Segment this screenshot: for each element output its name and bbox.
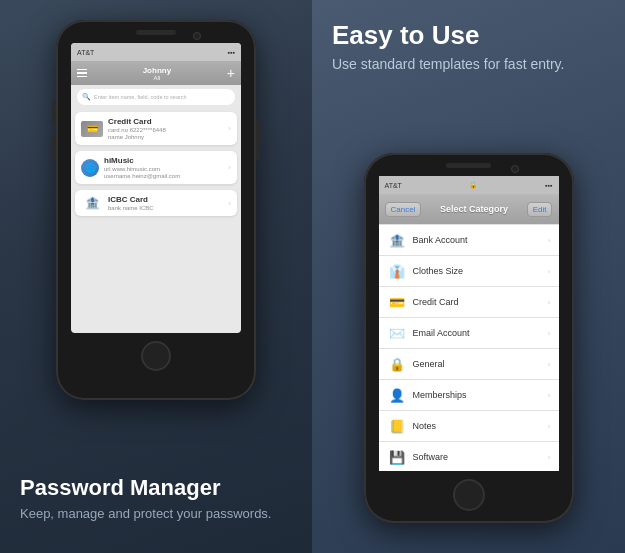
- home-button-right[interactable]: [453, 479, 485, 511]
- add-button-left[interactable]: +: [227, 65, 235, 81]
- left-panel: AT&T ▪▪▪ Johnny All + 🔍 Enter item name,…: [0, 0, 312, 553]
- software-label: Software: [413, 452, 542, 462]
- card-icbc[interactable]: 🏦 ICBC Card bank name ICBC ›: [75, 190, 237, 216]
- camera-left: [193, 32, 201, 40]
- category-item-notes[interactable]: 📒 Notes ›: [379, 411, 559, 442]
- screen-header-left: Johnny All +: [71, 61, 241, 85]
- credit-card-cat-icon: 💳: [387, 292, 407, 312]
- email-account-label: Email Account: [413, 328, 542, 338]
- home-button-left[interactable]: [141, 341, 171, 371]
- notes-arrow: ›: [548, 422, 551, 431]
- category-item-credit-card[interactable]: 💳 Credit Card ›: [379, 287, 559, 318]
- category-item-email-account[interactable]: ✉️ Email Account ›: [379, 318, 559, 349]
- carrier-left: AT&T: [77, 49, 94, 56]
- general-icon: 🔒: [387, 354, 407, 374]
- clothes-size-icon: 👔: [387, 261, 407, 281]
- memberships-arrow: ›: [548, 391, 551, 400]
- left-headline: Password Manager: [20, 475, 292, 501]
- clothes-size-arrow: ›: [548, 267, 551, 276]
- software-arrow: ›: [548, 453, 551, 462]
- clothes-size-label: Clothes Size: [413, 266, 542, 276]
- icbc-detail1: bank name ICBC: [108, 205, 223, 211]
- right-header: Easy to Use Use standard templates for f…: [332, 20, 605, 75]
- card-himusic[interactable]: 🌐 hiMusic url www.himusic.com username h…: [75, 151, 237, 184]
- phone-left: AT&T ▪▪▪ Johnny All + 🔍 Enter item name,…: [56, 20, 256, 400]
- nav-title: Select Category: [440, 204, 508, 214]
- category-item-general[interactable]: 🔒 General ›: [379, 349, 559, 380]
- nav-bar-right: Cancel Select Category Edit: [379, 194, 559, 224]
- speaker-left: [136, 30, 176, 35]
- speaker-right: [446, 163, 491, 168]
- icbc-content: ICBC Card bank name ICBC: [108, 195, 223, 211]
- edit-button[interactable]: Edit: [527, 202, 553, 217]
- memberships-label: Memberships: [413, 390, 542, 400]
- category-item-memberships[interactable]: 👤 Memberships ›: [379, 380, 559, 411]
- himusic-icon: 🌐: [81, 159, 99, 177]
- credit-card-icon: 💳: [81, 121, 103, 137]
- search-icon-left: 🔍: [82, 93, 91, 101]
- credit-card-detail1: card no 6222****6448: [108, 127, 223, 133]
- search-bar-left[interactable]: 🔍 Enter item name, field, code to search: [77, 89, 235, 105]
- screen-title-left: Johnny All: [143, 66, 171, 81]
- status-bar-right: AT&T 🔒 ▪▪▪: [379, 176, 559, 194]
- software-icon: 💾: [387, 447, 407, 467]
- camera-right: [511, 165, 519, 173]
- himusic-title: hiMusic: [104, 156, 223, 165]
- screen-left: AT&T ▪▪▪ Johnny All + 🔍 Enter item name,…: [71, 43, 241, 333]
- notes-icon: 📒: [387, 416, 407, 436]
- left-subtext: Keep, manage and protect your passwords.: [20, 505, 292, 523]
- credit-card-detail2: name Johnny: [108, 134, 223, 140]
- himusic-content: hiMusic url www.himusic.com username hei…: [104, 156, 223, 179]
- category-item-software[interactable]: 💾 Software ›: [379, 442, 559, 471]
- right-headline: Easy to Use: [332, 20, 605, 51]
- right-subtext: Use standard templates for fast entry.: [332, 55, 605, 75]
- credit-card-cat-label: Credit Card: [413, 297, 542, 307]
- icbc-icon: 🏦: [81, 195, 103, 211]
- general-label: General: [413, 359, 542, 369]
- credit-card-title: Credit Card: [108, 117, 223, 126]
- category-item-clothes-size[interactable]: 👔 Clothes Size ›: [379, 256, 559, 287]
- himusic-detail1: url www.himusic.com: [104, 166, 223, 172]
- icbc-arrow: ›: [228, 199, 231, 208]
- lock-icon-right: 🔒: [469, 181, 478, 189]
- general-arrow: ›: [548, 360, 551, 369]
- icbc-title: ICBC Card: [108, 195, 223, 204]
- credit-card-arrow: ›: [228, 124, 231, 133]
- battery-right: ▪▪▪: [545, 182, 552, 189]
- memberships-icon: 👤: [387, 385, 407, 405]
- carrier-right: AT&T: [385, 182, 402, 189]
- bank-account-label: Bank Account: [413, 235, 542, 245]
- cancel-button[interactable]: Cancel: [385, 202, 422, 217]
- hamburger-icon[interactable]: [77, 69, 87, 78]
- notes-label: Notes: [413, 421, 542, 431]
- email-account-icon: ✉️: [387, 323, 407, 343]
- category-list: 🏦 Bank Account › 👔 Clothes Size › 💳 Cred…: [379, 224, 559, 471]
- left-bottom-text: Password Manager Keep, manage and protec…: [20, 475, 292, 523]
- bank-account-icon: 🏦: [387, 230, 407, 250]
- battery-left: ▪▪▪: [228, 49, 235, 56]
- himusic-detail2: username heinz@gmail.com: [104, 173, 223, 179]
- credit-card-cat-arrow: ›: [548, 298, 551, 307]
- right-panel: Easy to Use Use standard templates for f…: [312, 0, 625, 553]
- credit-card-content: Credit Card card no 6222****6448 name Jo…: [108, 117, 223, 140]
- status-bar-left: AT&T ▪▪▪: [71, 43, 241, 61]
- screen-right: AT&T 🔒 ▪▪▪ Cancel Select Category Edit 🏦…: [379, 176, 559, 471]
- email-account-arrow: ›: [548, 329, 551, 338]
- category-item-bank-account[interactable]: 🏦 Bank Account ›: [379, 224, 559, 256]
- phone-right: AT&T 🔒 ▪▪▪ Cancel Select Category Edit 🏦…: [364, 153, 574, 523]
- himusic-arrow: ›: [228, 163, 231, 172]
- card-credit[interactable]: 💳 Credit Card card no 6222****6448 name …: [75, 112, 237, 145]
- bank-account-arrow: ›: [548, 236, 551, 245]
